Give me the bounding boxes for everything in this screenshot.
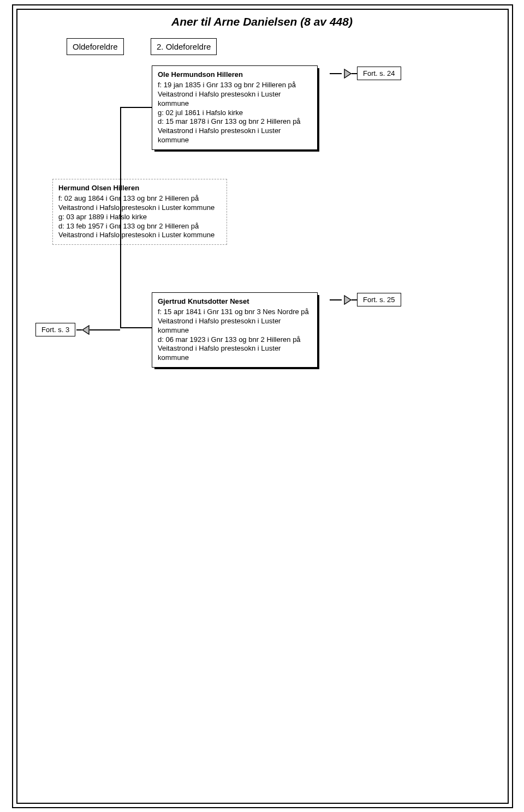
header-col2: 2. Oldeforeldre bbox=[151, 38, 217, 55]
arrow-right-icon bbox=[344, 295, 352, 305]
arrow-left-icon bbox=[82, 325, 90, 335]
connector bbox=[90, 329, 120, 330]
fort-center[interactable]: Fort. s. 3 bbox=[35, 323, 75, 336]
father-d: d: 15 mar 1878 i Gnr 133 og bnr 2 Hiller… bbox=[158, 117, 301, 144]
page-title: Aner til Arne Danielsen (8 av 448) bbox=[0, 15, 524, 28]
father-g: g: 02 jul 1861 i Hafslo kirke bbox=[158, 109, 243, 117]
connector bbox=[352, 73, 357, 74]
person-center-box: Hermund Olsen Hilleren f: 02 aug 1864 i … bbox=[52, 179, 227, 245]
center-g: g: 03 apr 1889 i Hafslo kirke bbox=[58, 213, 147, 221]
fort-father[interactable]: Fort. s. 24 bbox=[357, 67, 401, 80]
svg-marker-2 bbox=[82, 326, 89, 334]
connector bbox=[120, 107, 121, 327]
connector bbox=[120, 107, 152, 108]
svg-marker-0 bbox=[344, 69, 351, 78]
center-name: Hermund Olsen Hilleren bbox=[58, 184, 221, 193]
arrow-right-icon bbox=[344, 69, 352, 79]
center-f: f: 02 aug 1864 i Gnr 133 og bnr 2 Hiller… bbox=[58, 194, 215, 212]
person-mother-box: Gjertrud Knutsdotter Neset f: 15 apr 184… bbox=[152, 292, 318, 368]
mother-f: f: 15 apr 1841 i Gnr 131 og bnr 3 Nes No… bbox=[158, 308, 309, 334]
connector bbox=[76, 329, 82, 330]
header-col1: Oldeforeldre bbox=[67, 38, 124, 55]
svg-marker-1 bbox=[344, 296, 351, 304]
connector bbox=[120, 327, 152, 328]
connector bbox=[330, 299, 342, 300]
connector bbox=[352, 299, 357, 300]
center-d: d: 13 feb 1957 i Gnr 133 og bnr 2 Hiller… bbox=[58, 222, 215, 239]
father-f: f: 19 jan 1835 i Gnr 133 og bnr 2 Hiller… bbox=[158, 81, 296, 107]
person-father-box: Ole Hermundson Hilleren f: 19 jan 1835 i… bbox=[152, 65, 318, 150]
connector bbox=[330, 73, 342, 74]
mother-d: d: 06 mar 1923 i Gnr 133 og bnr 2 Hiller… bbox=[158, 335, 301, 362]
father-name: Ole Hermundson Hilleren bbox=[158, 70, 312, 80]
mother-name: Gjertrud Knutsdotter Neset bbox=[158, 297, 312, 306]
fort-mother[interactable]: Fort. s. 25 bbox=[357, 293, 401, 306]
